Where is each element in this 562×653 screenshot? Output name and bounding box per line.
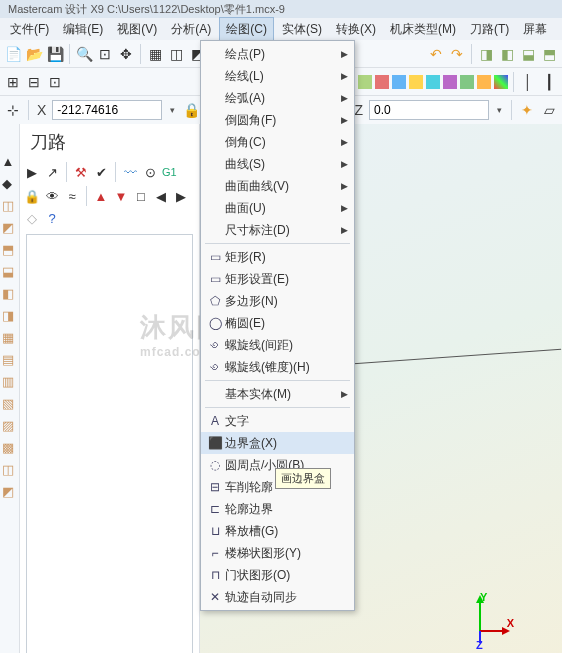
pt-select-icon[interactable]: ▶ [24, 164, 40, 180]
pt-wave-icon[interactable]: 〰 [122, 164, 138, 180]
lb-b11-icon[interactable]: ▨ [2, 418, 18, 434]
menu-item[interactable]: 曲面曲线(V)▶ [201, 175, 354, 197]
color-lime-icon[interactable] [358, 75, 372, 89]
menu-edit[interactable]: 编辑(E) [57, 18, 109, 41]
lb-box6-icon[interactable]: ◨ [2, 308, 18, 324]
menu-item[interactable]: ⬠多边形(N) [201, 290, 354, 312]
pan-icon[interactable]: ✥ [117, 45, 135, 63]
menu-item[interactable]: ⊔释放槽(G) [201, 520, 354, 542]
snap-icon[interactable]: ⊹ [4, 101, 22, 119]
lb-box1-icon[interactable]: ◫ [2, 198, 18, 214]
x-lock-icon[interactable]: 🔒 [182, 101, 200, 119]
lb-b13-icon[interactable]: ◫ [2, 462, 18, 478]
menu-item[interactable]: ▭矩形(R) [201, 246, 354, 268]
lb-box4-icon[interactable]: ⬓ [2, 264, 18, 280]
menu-screen[interactable]: 屏幕 [517, 18, 553, 41]
zoom-icon[interactable]: 🔍 [75, 45, 93, 63]
pt-up-icon[interactable]: ▲ [93, 188, 109, 204]
t2-3-icon[interactable]: ⊡ [46, 73, 64, 91]
menu-solid[interactable]: 实体(S) [276, 18, 328, 41]
pt-box-icon[interactable]: □ [133, 188, 149, 204]
pt-measure-icon[interactable]: ≈ [64, 188, 80, 204]
menu-item[interactable]: 曲面(U)▶ [201, 197, 354, 219]
pt-next-icon[interactable]: ▶ [173, 188, 189, 204]
menu-item[interactable]: ⌐楼梯状图形(Y) [201, 542, 354, 564]
menu-file[interactable]: 文件(F) [4, 18, 55, 41]
cube3-icon[interactable]: ⬓ [519, 45, 537, 63]
pt-prev-icon[interactable]: ◀ [153, 188, 169, 204]
lb-b10-icon[interactable]: ▧ [2, 396, 18, 412]
t2-2-icon[interactable]: ⊟ [25, 73, 43, 91]
color-yellow-icon[interactable] [409, 75, 423, 89]
undo-icon[interactable]: ↶ [427, 45, 445, 63]
line-icon[interactable]: │ [519, 73, 537, 91]
open-icon[interactable]: 📂 [25, 45, 43, 63]
menu-item[interactable]: A文字 [201, 410, 354, 432]
menu-item[interactable]: ⬛边界盒(X) [201, 432, 354, 454]
menu-item[interactable]: ⊓门状图形(O) [201, 564, 354, 586]
wire-icon[interactable]: ◫ [167, 45, 185, 63]
magic-icon[interactable]: ✦ [518, 101, 536, 119]
multi-color-icon[interactable] [494, 75, 508, 89]
menu-analyze[interactable]: 分析(A) [165, 18, 217, 41]
pt-eye-icon[interactable]: 👁 [44, 188, 60, 204]
menu-item[interactable]: 曲线(S)▶ [201, 153, 354, 175]
plane-icon[interactable]: ▱ [540, 101, 558, 119]
cube2-icon[interactable]: ◧ [498, 45, 516, 63]
menu-item[interactable]: ꩜螺旋线(间距) [201, 334, 354, 356]
cube1-icon[interactable]: ◨ [477, 45, 495, 63]
lb-box5-icon[interactable]: ◧ [2, 286, 18, 302]
lb-surf2-icon[interactable]: ◆ [2, 176, 18, 192]
zoom-input[interactable] [369, 100, 489, 120]
menu-toolpath[interactable]: 刀路(T) [464, 18, 515, 41]
menu-item[interactable]: 基本实体(M)▶ [201, 383, 354, 405]
lb-box7-icon[interactable]: ▦ [2, 330, 18, 346]
panel-listbox[interactable] [26, 234, 193, 653]
menu-machine[interactable]: 机床类型(M) [384, 18, 462, 41]
color-red-icon[interactable] [375, 75, 389, 89]
lb-surf1-icon[interactable]: ▲ [2, 154, 18, 170]
menu-item[interactable]: 绘点(P)▶ [201, 43, 354, 65]
lb-box2-icon[interactable]: ◩ [2, 220, 18, 236]
pt-ghost-icon[interactable]: ◇ [24, 210, 40, 226]
x-input[interactable] [52, 100, 162, 120]
menu-draw[interactable]: 绘图(C) [219, 17, 274, 42]
menu-item[interactable]: ⊏轮廓边界 [201, 498, 354, 520]
menu-view[interactable]: 视图(V) [111, 18, 163, 41]
menu-item[interactable]: 绘弧(A)▶ [201, 87, 354, 109]
color-blue-icon[interactable] [392, 75, 406, 89]
menu-item[interactable]: ▭矩形设置(E) [201, 268, 354, 290]
lb-box3-icon[interactable]: ⬒ [2, 242, 18, 258]
pt-lock-icon[interactable]: 🔒 [24, 188, 40, 204]
menu-item[interactable]: ✕轨迹自动同步 [201, 586, 354, 608]
menu-transform[interactable]: 转换(X) [330, 18, 382, 41]
color-green-icon[interactable] [460, 75, 474, 89]
menu-item[interactable]: ◯椭圆(E) [201, 312, 354, 334]
new-icon[interactable]: 📄 [4, 45, 22, 63]
menu-item[interactable]: 倒角(C)▶ [201, 131, 354, 153]
lb-b12-icon[interactable]: ▩ [2, 440, 18, 456]
x-dropdown-icon[interactable]: ▾ [166, 101, 178, 119]
color-orange-icon[interactable] [477, 75, 491, 89]
t2-1-icon[interactable]: ⊞ [4, 73, 22, 91]
color-cyan-icon[interactable] [426, 75, 440, 89]
lb-box8-icon[interactable]: ▤ [2, 352, 18, 368]
menu-item[interactable]: 尺寸标注(D)▶ [201, 219, 354, 241]
lb-b14-icon[interactable]: ◩ [2, 484, 18, 500]
pt-arrow-icon[interactable]: ↗ [44, 164, 60, 180]
line2-icon[interactable]: ┃ [540, 73, 558, 91]
pt-verify-icon[interactable]: ✔ [93, 164, 109, 180]
zoom-dropdown-icon[interactable]: ▾ [493, 101, 505, 119]
redo-icon[interactable]: ↷ [448, 45, 466, 63]
menu-item[interactable]: 倒圆角(F)▶ [201, 109, 354, 131]
pt-tool-icon[interactable]: ⚒ [73, 164, 89, 180]
fit-icon[interactable]: ⊡ [96, 45, 114, 63]
pt-down-icon[interactable]: ▼ [113, 188, 129, 204]
save-icon[interactable]: 💾 [46, 45, 64, 63]
pt-help-icon[interactable]: ? [44, 210, 60, 226]
cube4-icon[interactable]: ⬒ [540, 45, 558, 63]
grid-icon[interactable]: ▦ [146, 45, 164, 63]
color-purple-icon[interactable] [443, 75, 457, 89]
lb-box9-icon[interactable]: ▥ [2, 374, 18, 390]
pt-drill-icon[interactable]: ⊙ [142, 164, 158, 180]
